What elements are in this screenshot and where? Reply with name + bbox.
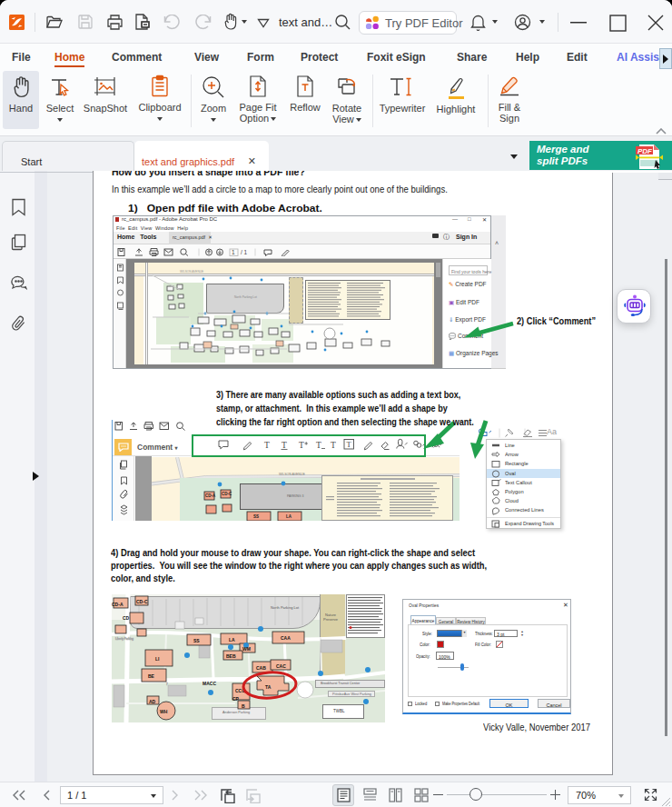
svg-text:CAC: CAC	[276, 663, 286, 669]
svg-text:TA: TA	[265, 684, 272, 690]
svg-text:SS: SS	[193, 638, 200, 643]
svg-text:BE: BE	[148, 673, 155, 679]
svg-text:PDF: PDF	[637, 147, 653, 155]
svg-text:BEB: BEB	[226, 653, 236, 659]
svg-text:WH: WH	[160, 709, 168, 714]
svg-text:LA: LA	[286, 514, 292, 519]
svg-text:CD-A: CD-A	[112, 602, 124, 607]
svg-text:LA: LA	[229, 637, 235, 643]
svg-text:MACC: MACC	[203, 681, 216, 686]
svg-text:CD: CD	[123, 615, 130, 621]
svg-text:CD-C: CD-C	[136, 599, 148, 604]
svg-text:CAB: CAB	[256, 665, 266, 671]
svg-text:/ 1: / 1	[241, 249, 248, 255]
svg-text:CD-C: CD-C	[222, 492, 232, 496]
svg-text:WM: WM	[242, 646, 251, 652]
svg-text:SS: SS	[253, 514, 259, 519]
svg-text:1: 1	[232, 249, 235, 255]
svg-text:B: B	[242, 703, 245, 709]
svg-text:CAA: CAA	[281, 635, 291, 641]
svg-text:CP: CP	[232, 696, 240, 702]
svg-text:AD: AD	[149, 699, 156, 704]
svg-text:CD-A: CD-A	[205, 493, 216, 498]
svg-text:LI: LI	[155, 656, 160, 662]
